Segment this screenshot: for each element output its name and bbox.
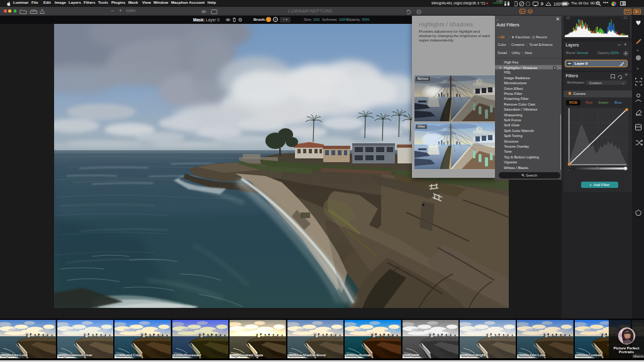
svg-text:+: + bbox=[636, 67, 639, 71]
svg-text:+: + bbox=[636, 48, 639, 53]
